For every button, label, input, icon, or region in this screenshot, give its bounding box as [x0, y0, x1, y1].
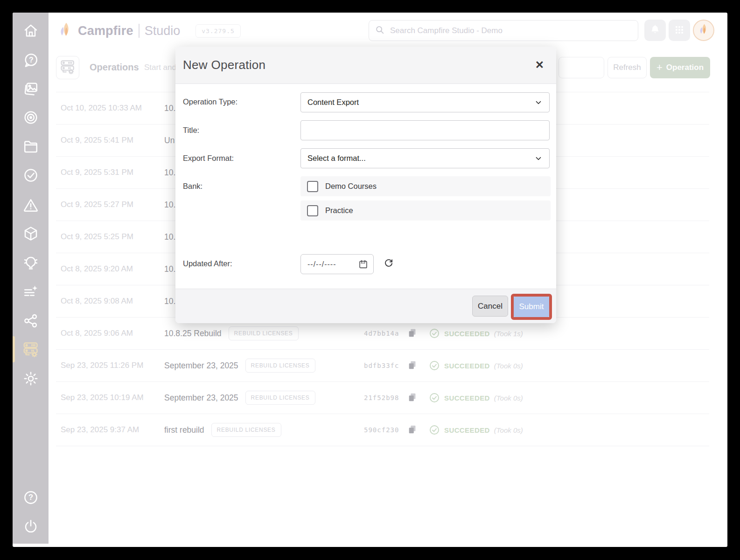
- refresh-button[interactable]: Refresh: [607, 57, 647, 78]
- warning-icon: [22, 197, 39, 214]
- svg-text:?: ?: [28, 493, 33, 501]
- sidebar-item-operations[interactable]: [13, 338, 49, 360]
- account-avatar[interactable]: [693, 20, 714, 41]
- row-hash: 21f52b98: [364, 394, 399, 401]
- row-title: Un: [164, 136, 175, 145]
- sidebar-item-target[interactable]: [13, 106, 49, 129]
- row-title: 10.8.25 Rebuild: [164, 329, 222, 339]
- checkbox-icon[interactable]: [307, 205, 318, 216]
- row-hash: bdfb33fc: [364, 362, 399, 369]
- copy-icon[interactable]: [407, 328, 418, 340]
- add-operation-button[interactable]: + Operation: [650, 57, 710, 78]
- bank-label: Bank:: [183, 182, 202, 191]
- add-operation-label: Operation: [666, 63, 704, 72]
- table-row[interactable]: Sep 23, 2025 10:19 AMSeptember 23, 2025R…: [56, 382, 709, 414]
- app-window: ?: [13, 13, 727, 547]
- operation-type-badge: REBUILD LICENSES: [229, 326, 299, 340]
- sidebar-item-packages[interactable]: [13, 222, 49, 245]
- page-title: Operations: [90, 62, 139, 73]
- sidebar-item-settings[interactable]: [13, 367, 49, 390]
- copy-icon[interactable]: [407, 360, 418, 372]
- submit-button[interactable]: Submit: [514, 297, 549, 317]
- sidebar-item-summaries[interactable]: [13, 281, 49, 303]
- avatar-flame-icon: [698, 23, 709, 38]
- active-indicator: [13, 336, 15, 362]
- close-icon[interactable]: ✕: [535, 60, 544, 70]
- copy-icon[interactable]: [407, 424, 418, 436]
- bank-option-row[interactable]: Demo Courses: [300, 176, 551, 196]
- title-input[interactable]: [300, 120, 550, 140]
- reset-date-icon[interactable]: [384, 258, 394, 269]
- status-label: SUCCEEDED: [444, 394, 490, 402]
- success-check-icon: [429, 360, 440, 371]
- annotation-highlight: Submit: [511, 294, 552, 320]
- table-row[interactable]: Sep 23, 2025 9:37 AMfirst rebuildREBUILD…: [56, 414, 709, 446]
- home-icon: [22, 22, 39, 39]
- page-subtitle: Start and: [144, 63, 176, 72]
- row-title: September 23, 2025: [164, 393, 238, 403]
- section-icon-box: [56, 56, 79, 79]
- status-label: SUCCEEDED: [444, 330, 490, 338]
- brand-product: Studio: [145, 24, 181, 38]
- sidebar-item-ideas[interactable]: [13, 251, 49, 274]
- global-search[interactable]: [369, 20, 638, 41]
- export-format-select[interactable]: Select a format...: [300, 148, 550, 168]
- row-date: Oct 8, 2025 9:06 AM: [56, 329, 164, 338]
- apps-grid-button[interactable]: [669, 20, 690, 41]
- operation-type-select[interactable]: Content Export: [300, 92, 550, 112]
- sidebar-item-tasks[interactable]: [13, 164, 49, 187]
- sidebar-item-integrations[interactable]: [13, 310, 49, 332]
- bell-icon: [649, 24, 661, 37]
- target-icon: [22, 109, 39, 126]
- success-check-icon: [429, 424, 440, 436]
- cancel-button[interactable]: Cancel: [472, 296, 508, 317]
- table-row[interactable]: Sep 23, 2025 11:26 PMSeptember 23, 2025R…: [56, 350, 709, 382]
- operation-type-label: Operation Type:: [183, 97, 237, 106]
- notifications-button[interactable]: [644, 20, 666, 41]
- search-icon: [375, 25, 385, 37]
- calendar-icon[interactable]: [358, 259, 368, 269]
- check-circle-icon: [22, 167, 39, 184]
- sidebar-item-home[interactable]: [13, 20, 49, 42]
- row-hash: 4d7bb14a: [364, 330, 399, 337]
- row-date: Oct 9, 2025 5:31 PM: [56, 168, 164, 177]
- chevron-down-icon: [534, 98, 543, 107]
- cube-icon: [22, 225, 39, 242]
- success-check-icon: [429, 392, 440, 403]
- row-date: Oct 9, 2025 5:41 PM: [56, 136, 164, 145]
- copy-icon[interactable]: [407, 392, 418, 404]
- row-status: SUCCEEDED(Took 0s): [429, 392, 523, 403]
- row-date: Oct 9, 2025 5:25 PM: [56, 232, 164, 242]
- sidebar-item-media[interactable]: [13, 77, 49, 100]
- list-sparkle-icon: [22, 283, 39, 300]
- row-date: Oct 8, 2025 9:08 AM: [56, 297, 164, 306]
- export-format-value: Select a format...: [307, 154, 366, 163]
- sidebar-item-support[interactable]: ?: [13, 49, 49, 71]
- row-status: SUCCEEDED(Took 0s): [429, 424, 523, 436]
- search-input[interactable]: [389, 26, 632, 36]
- chevron-down-icon: [534, 154, 543, 163]
- gear-icon: [22, 370, 39, 387]
- status-duration: (Took 0s): [494, 362, 523, 370]
- operation-type-value: Content Export: [307, 98, 359, 107]
- row-title: first rebuild: [164, 425, 204, 435]
- sidebar-item-alerts[interactable]: [13, 194, 49, 216]
- status-duration: (Took 0s): [494, 426, 523, 434]
- export-format-label: Export Format:: [183, 154, 234, 163]
- success-check-icon: [429, 328, 440, 339]
- sidebar-item-logout[interactable]: [13, 516, 49, 538]
- status-duration: (Took 0s): [494, 394, 523, 402]
- modal-header: New Operation ✕: [175, 47, 556, 84]
- lightbulb-icon: [22, 254, 39, 271]
- updated-after-value: --/--/----: [307, 260, 336, 269]
- updated-after-input[interactable]: --/--/----: [300, 254, 374, 274]
- bank-option-label: Demo Courses: [325, 182, 377, 191]
- sidebar-item-help[interactable]: ?: [13, 486, 49, 509]
- sidebar-item-folders[interactable]: [13, 135, 49, 158]
- row-date: Sep 23, 2025 10:19 AM: [56, 393, 164, 402]
- checkbox-icon[interactable]: [307, 181, 318, 192]
- campfire-logo-icon: [58, 21, 73, 41]
- filter-input[interactable]: [558, 57, 604, 78]
- title-label: Title:: [183, 126, 199, 135]
- bank-option-row[interactable]: Practice: [300, 200, 551, 221]
